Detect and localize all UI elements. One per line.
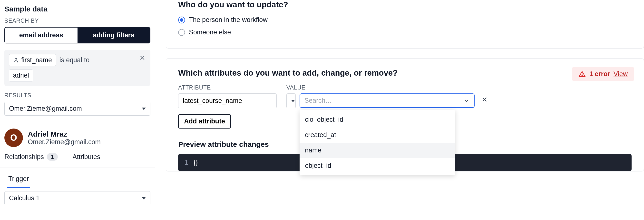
filter-condition: first_name is equal to adriel [4,50,150,86]
avatar: O [4,129,23,147]
value-column: Trigger Object Attr… cio_object_id creat… [286,93,471,108]
search-by-label: SEARCH BY [4,18,150,24]
error-count-text: 1 error [589,70,610,78]
chevron-down-icon [142,108,146,110]
radio-other-input[interactable] [178,29,185,36]
attribute-name-input[interactable] [178,93,277,108]
attributes-question: Which attributes do you want to add, cha… [178,68,632,78]
panel-attributes: 1 error View Which attributes do you wan… [166,58,644,171]
radio-person-in-workflow[interactable]: The person in the workflow [178,16,632,24]
panel-who-to-update: Who do you want to update? The person in… [166,0,644,49]
trigger-object-value: Calculus 1 [9,194,40,202]
radio-person-label: The person in the workflow [189,16,268,24]
dropdown-item-created-at[interactable]: created_at [300,127,455,143]
sidebar: Sample data SEARCH BY email address addi… [0,0,155,220]
person-icon [13,57,19,63]
sub-tabs: Trigger [0,167,155,188]
tab-attributes-label: Attributes [72,153,100,161]
remove-attribute-icon[interactable] [478,93,491,108]
sample-data-title: Sample data [4,5,150,13]
code-line-number: 1 [184,159,188,166]
tab-attributes[interactable]: Attributes [72,153,100,161]
tab-relationships-label: Relationships [4,153,44,161]
trigger-object-select[interactable]: Calculus 1 [4,191,150,205]
person-tabs: Relationships 1 Attributes [0,147,155,161]
who-question: Who do you want to update? [178,0,632,9]
attribute-search-input[interactable] [300,93,474,108]
value-column-label: VALUE [286,84,471,91]
svg-point-2 [582,75,582,76]
dropdown-item-object-id[interactable]: object_id [300,158,455,173]
chevron-down-icon [291,100,295,102]
dropdown-item-cio-object-id[interactable]: cio_object_id [300,112,455,127]
warning-icon [578,71,586,78]
chevron-down-icon [142,197,146,199]
toggle-adding-filters[interactable]: adding filters [78,28,150,43]
radio-other-label: Someone else [189,29,231,36]
attribute-row: ATTRIBUTE VALUE Trigger Object Attr… [178,84,632,108]
filter-attribute-chip[interactable]: first_name [9,54,56,66]
person-name: Adriel Mraz [28,130,101,138]
filter-attribute-label: first_name [21,56,52,64]
results-label: RESULTS [4,92,150,99]
add-attribute-button[interactable]: Add attribute [178,114,231,129]
search-input[interactable] [304,97,463,104]
svg-point-0 [15,58,17,60]
filter-operator: is equal to [60,56,90,64]
tab-relationships[interactable]: Relationships 1 [4,153,58,161]
relationships-count-badge: 1 [47,153,58,161]
results-selected-value: Omer.Zieme@gmail.com [9,105,82,112]
remove-filter-icon[interactable] [139,54,146,62]
dropdown-item-name[interactable]: name [300,143,455,158]
error-view-link[interactable]: View [614,70,628,78]
error-badge: 1 error View [572,67,634,81]
search-by-toggle: email address adding filters [4,27,150,43]
attribute-column-label: ATTRIBUTE [178,84,277,91]
chevron-down-icon [463,97,470,104]
results-select[interactable]: Omer.Zieme@gmail.com [4,102,150,116]
sub-tab-trigger[interactable]: Trigger [4,172,33,188]
toggle-email-address[interactable]: email address [5,28,78,43]
main-content: Who do you want to update? The person in… [155,0,644,220]
code-content: {} [194,159,198,166]
person-card: O Adriel Mraz Omer.Zieme@gmail.com [0,122,155,147]
value-type-select[interactable]: Trigger Object Attr… [286,93,296,108]
radio-someone-else[interactable]: Someone else [178,29,632,36]
person-email: Omer.Zieme@gmail.com [28,138,101,146]
filter-value-chip[interactable]: adriel [9,70,33,81]
attribute-dropdown: cio_object_id created_at name object_id [300,110,455,175]
radio-person-input[interactable] [178,17,185,24]
